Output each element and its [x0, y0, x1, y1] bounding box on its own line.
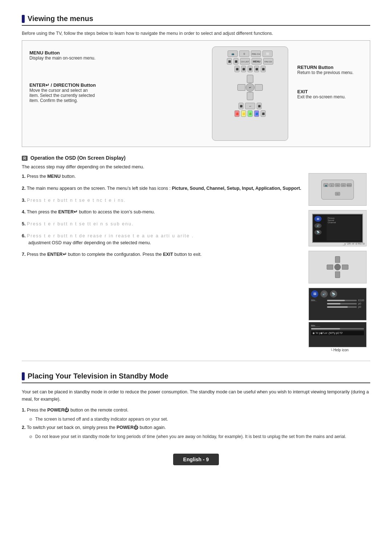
remote-row-3: ⬛ ⬛ ⬛ ⬛ ⬛	[234, 66, 266, 72]
remote-btn-s5[interactable]: ⬛	[261, 66, 266, 72]
slider-track-3	[327, 306, 357, 308]
remote-btn-side3[interactable]: ⬛	[233, 58, 238, 65]
dpad-up[interactable]	[247, 75, 253, 83]
step4-text2: button to access the icon’s sub-menu.	[79, 209, 155, 214]
osd-content: 1. Press the MENU button. 2. The main me…	[22, 173, 370, 352]
enter-button-desc2: item. Select the currently selected	[29, 93, 203, 98]
step1-text: Press the	[27, 174, 47, 179]
remote-btn-l3[interactable]: ⬛	[257, 103, 262, 109]
slider-fill-2	[327, 303, 340, 304]
standby-step2: 2. To switch your set back on, simply pr…	[22, 424, 370, 431]
dpad-right[interactable]	[255, 84, 263, 91]
dpad-down[interactable]	[247, 92, 253, 100]
standby-note1-text: The screen is turned off and a standby i…	[35, 417, 168, 422]
slider-row-2: p0	[311, 302, 364, 305]
remote-btn-l1[interactable]: ⬛	[238, 103, 244, 109]
standby-note2-text: Do not leave your set in standby mode fo…	[35, 434, 346, 439]
step2-num: 2.	[22, 186, 25, 191]
remote-btn-prech[interactable]: PRE-CH	[251, 50, 261, 57]
step5-num: 5.	[22, 221, 25, 226]
slider-track-2	[327, 303, 357, 304]
step6-text1: Press t e r butt n t de rease r in rease…	[27, 233, 194, 238]
osd-step4: 4. Then press the ENTER↵ button to acces…	[22, 209, 301, 216]
osd-step2: 2. The main menu appears on the screen. …	[22, 185, 301, 192]
step3-text: Press t e r butt n t se e t nc t e i ns.	[27, 198, 126, 203]
dpad-center-enter[interactable]: ↵	[246, 83, 254, 92]
standby-step1-bold: POWER⏻	[47, 408, 69, 413]
slider-track-1	[327, 300, 357, 301]
remote-btn-l7[interactable]: 🔵	[254, 110, 259, 117]
osd-steps: 1. Press the MENU button. 2. The main me…	[22, 173, 301, 352]
remote-btn-return[interactable]: ↩	[245, 103, 255, 109]
enter-button-label-block: ENTER↵ / DIRECTION Button Move the curso…	[29, 82, 203, 103]
remote-btn-tv[interactable]: 📺	[228, 50, 238, 57]
section-standby: Placing Your Television in Standby Mode …	[22, 372, 370, 439]
mini-btn-5: MENU	[347, 183, 352, 187]
slider-fill-1	[327, 300, 345, 301]
remote-btn-0[interactable]: 0	[239, 50, 249, 57]
step1-num: 1.	[22, 174, 25, 179]
remote-btn-side2[interactable]: ⬛	[227, 58, 232, 65]
return-button-desc: Return to the previous menu.	[297, 70, 363, 75]
slider-fill-help	[311, 328, 340, 330]
remote-btn-s3[interactable]: ⬛	[248, 66, 253, 72]
step3-num: 3.	[22, 198, 25, 203]
standby-step2-text2: button again.	[140, 425, 166, 430]
step7-bold: ENTER↵	[47, 252, 66, 257]
enter-button-desc3: item. Confirm the setting.	[29, 98, 203, 103]
footer-badge: English - 9	[173, 454, 219, 465]
note2-icon: ⊘	[29, 434, 32, 439]
standby-step1-text: Press the	[27, 408, 47, 413]
osd-img-help-container: Min....... ◉ 'Xr p◉"Lor -[W'Fy p⊡"D'	[309, 322, 370, 352]
section1-intro: Before using the TV, follow the steps be…	[22, 31, 370, 36]
remote-btn-l8[interactable]: ⬛	[261, 110, 266, 117]
remote-btn-l5[interactable]: 🟡	[241, 110, 246, 117]
return-button-title: RETURN Button	[297, 65, 363, 70]
remote-btn-chlist[interactable]: CH LIST	[240, 58, 250, 65]
remote-btn-favch[interactable]: FAV.CH	[263, 58, 273, 65]
dpad-left[interactable]	[237, 84, 245, 91]
remote-btn-s1[interactable]: ⬛	[234, 66, 240, 72]
menu-icon-sound: 🔊	[320, 290, 328, 298]
osd-step1: 1. Press the MENU button.	[22, 173, 301, 180]
slider-row-1: Min.. E100	[311, 299, 364, 302]
remote-dpad: ↵	[237, 75, 263, 100]
step7-text2: button to complete the configuration. Pr…	[68, 252, 163, 257]
diagram-labels-right: RETURN Button Return to the previous men…	[297, 46, 363, 99]
remote-btn-s4[interactable]: ⬛	[254, 66, 259, 72]
section-title-standby: Placing Your Television in Standby Mode	[22, 372, 370, 383]
remote-btn-l4[interactable]: 🔴	[234, 110, 240, 117]
remote-row-low2: 🔴 🟡 🟢 🔵 ⬛	[234, 110, 266, 117]
remote-row-2: ⬛ ⬛ CH LIST MENU FAV.CH	[227, 58, 273, 65]
remote-row-top: 📺 0 PRE-CH ⬜	[228, 50, 273, 57]
remote-btn-l6[interactable]: 🟢	[248, 110, 253, 117]
slider-row-3: p0	[311, 306, 364, 308]
osd-img-dpad	[309, 251, 367, 283]
menu-button-label-block: MENU Button Display the main on-screen m…	[29, 50, 203, 61]
step5-text: Press t e r butt n t se tt ei n s sub en…	[27, 221, 134, 226]
mini-btn-3: PRE	[335, 183, 340, 187]
step7-num: 7.	[22, 252, 25, 257]
exit-label-block: EXIT Exit the on-screen menu.	[297, 89, 363, 99]
page-footer: English - 9	[22, 454, 370, 465]
step1-text2: button.	[62, 174, 76, 179]
step7-bold2: EXIT	[163, 252, 173, 257]
menu-icon-picture: 🖼	[311, 290, 318, 298]
mini-btn-2: 0	[329, 183, 334, 187]
remote-diagram-center: 📺 0 PRE-CH ⬜ ⬛ ⬛ CH LIST MENU FAV.CH ⬛ ⬛	[210, 46, 290, 141]
remote-diagram-box: MENU Button Display the main on-screen m…	[22, 40, 370, 147]
remote-btn-side1[interactable]: ⬜	[262, 50, 273, 57]
remote-row-low1: ⬛ ↩ ⬛	[238, 103, 262, 109]
exit-desc: Exit the on-screen menu.	[297, 94, 363, 99]
remote-btn-s2[interactable]: ⬛	[241, 66, 246, 72]
osd-step3: 3. Press t e r butt n t se e t nc t e i …	[22, 197, 301, 204]
note1-icon: ⊘	[29, 417, 32, 422]
remote-btn-menu[interactable]: MENU	[252, 58, 262, 65]
enter-button-desc1: Move the cursor and select an	[29, 88, 203, 93]
standby-step2-num: 2.	[22, 425, 25, 430]
menu-bar: 🖼 🔊 📡	[311, 290, 364, 298]
mini-remote-img: 📺 0 PRE CHL MENU FAV	[321, 180, 354, 200]
step4-text: Then press the	[27, 209, 58, 214]
osd-step5: 5. Press t e r butt n t se tt ei n s sub…	[22, 221, 301, 228]
osd-section: R Operation the OSD (On Screen Display) …	[22, 155, 370, 352]
